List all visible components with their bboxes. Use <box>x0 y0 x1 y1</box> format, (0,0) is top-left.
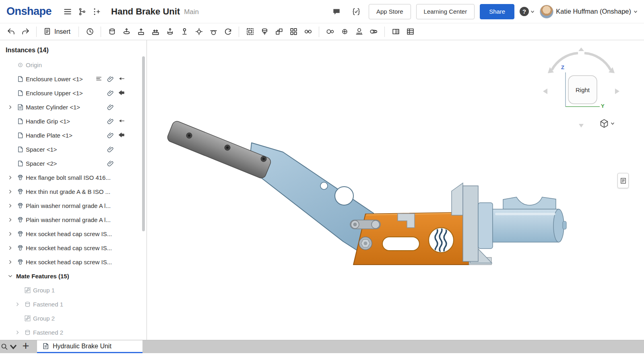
chevron-right-icon[interactable] <box>5 105 15 110</box>
chevron-down-icon[interactable] <box>5 274 15 279</box>
parallel-mate-button[interactable] <box>221 25 235 39</box>
instance-row[interactable]: Origin <box>0 58 147 72</box>
comments-button[interactable] <box>329 4 344 19</box>
group-select-button[interactable] <box>243 25 257 39</box>
pattern-button[interactable] <box>287 25 300 39</box>
instance-label: Hex socket head cap screw IS... <box>26 230 112 237</box>
ball-mate-button[interactable] <box>192 25 206 39</box>
section-view-icon <box>392 27 400 36</box>
cylindrical-mate-button[interactable] <box>163 25 177 39</box>
account-menu[interactable]: Katie Huffman (Onshape) <box>540 5 638 19</box>
share-button[interactable]: Share <box>480 4 514 19</box>
rack-pinion-relation-button[interactable] <box>352 25 366 39</box>
onshape-logo[interactable]: Onshape <box>6 5 52 18</box>
chevron-right-icon[interactable] <box>5 231 15 237</box>
graphics-viewport[interactable]: Right Z Y <box>147 40 644 340</box>
instance-row[interactable]: Plain washer normal grade A l... <box>0 213 147 227</box>
std-icon <box>15 216 25 224</box>
tab-hydraulic-brake-unit[interactable]: Hydraulic Brake Unit <box>37 340 142 353</box>
chevron-right-icon[interactable] <box>12 302 23 307</box>
instance-row[interactable]: Hex socket head cap screw IS... <box>0 227 147 241</box>
chevron-right-icon[interactable] <box>5 259 15 265</box>
screw-relation-button[interactable] <box>338 25 351 39</box>
main-menu-button[interactable] <box>60 4 75 19</box>
view-cube-face-label[interactable]: Right <box>568 76 597 104</box>
feature-list-flyout-button[interactable] <box>617 173 629 188</box>
mate-features-header[interactable]: Mate Features (15) <box>0 269 147 283</box>
chevron-right-icon[interactable] <box>5 245 15 251</box>
search-tabs-button[interactable] <box>0 340 18 353</box>
bom-button[interactable] <box>403 25 417 39</box>
instance-row[interactable]: Enclosure Upper <1> <box>0 86 147 100</box>
rotate-left-arrow[interactable] <box>543 88 547 94</box>
toolbar-tools: Insert <box>4 25 417 39</box>
instance-row[interactable]: Hex socket head cap screw IS... <box>0 241 147 255</box>
versions-button[interactable] <box>75 4 89 19</box>
instance-row[interactable]: Plain washer normal grade A l... <box>0 199 147 213</box>
part-icon <box>15 160 25 167</box>
section-view-button[interactable] <box>389 25 402 39</box>
insert-button[interactable]: Insert <box>41 25 74 39</box>
panel-scrollbar[interactable] <box>142 56 145 231</box>
undo-button[interactable] <box>4 25 18 39</box>
rotate-button[interactable] <box>83 25 97 39</box>
screw-relation-icon <box>341 27 349 36</box>
slider-mate-button[interactable] <box>149 25 162 39</box>
chevron-right-icon[interactable] <box>5 189 15 194</box>
pin-slot-mate-button[interactable] <box>178 25 191 39</box>
instance-row[interactable]: Hex flange bolt small ISO 416... <box>0 171 147 185</box>
instance-row[interactable]: Group 1 <box>0 283 147 297</box>
pivot-link-part[interactable] <box>350 220 380 229</box>
instance-label: Master Cylinder <1> <box>26 104 80 111</box>
instance-row[interactable]: Hex thin nut grade A & B ISO ... <box>0 185 147 199</box>
master-cylinder-part[interactable] <box>478 197 566 249</box>
rotate-down-arrow[interactable] <box>579 124 584 128</box>
standard-content-button[interactable] <box>258 25 271 39</box>
instance-row[interactable]: Hex socket head cap screw IS... <box>0 255 147 269</box>
instance-row[interactable]: Fastened 2 <box>0 325 147 339</box>
learning-center-button[interactable]: Learning Center <box>416 4 475 19</box>
instance-row[interactable]: Spacer <2> <box>0 156 147 171</box>
view-options-button[interactable] <box>599 118 615 129</box>
belt-relation-button[interactable] <box>367 25 380 39</box>
instance-row[interactable]: Master Cylinder <1> <box>0 100 147 114</box>
toolbar-separator <box>36 27 37 37</box>
instance-row[interactable]: Group 2 <box>0 311 147 325</box>
chevron-right-icon[interactable] <box>5 203 15 208</box>
derived-icon <box>304 27 312 36</box>
redo-button[interactable] <box>19 25 32 39</box>
rotate-up-arrow[interactable] <box>578 47 584 51</box>
instance-row[interactable]: Spacer <1> <box>0 142 147 156</box>
derived-button[interactable] <box>301 25 315 39</box>
tangent-mate-button[interactable] <box>206 25 220 39</box>
instance-row[interactable]: Handle Grip <1> <box>0 114 147 128</box>
instance-row[interactable]: Handle Plate <1> <box>0 128 147 142</box>
version-tree-icon <box>78 7 87 16</box>
gear-relation-button[interactable] <box>323 25 337 39</box>
planar-mate-button[interactable] <box>134 25 148 39</box>
fastened-mate-button[interactable] <box>105 25 119 39</box>
document-title: Hand Brake Unit <box>111 6 180 17</box>
linked-document-badge <box>106 103 114 112</box>
instance-label: Enclosure Lower <1> <box>26 76 83 82</box>
feedback-button[interactable] <box>349 4 363 19</box>
follow-users-icon <box>92 7 101 16</box>
help-menu-button[interactable]: ? <box>520 7 535 16</box>
instance-label: Handle Plate <1> <box>26 132 72 139</box>
instance-row[interactable]: Enclosure Lower <1> <box>0 72 147 86</box>
bom-icon <box>406 27 415 36</box>
app-store-button[interactable]: App Store <box>369 4 411 19</box>
chevron-right-icon[interactable] <box>12 330 23 335</box>
instance-row[interactable]: Fastened 1 <box>0 297 147 311</box>
add-tab-button[interactable]: + <box>18 340 34 353</box>
chevron-right-icon[interactable] <box>5 217 15 222</box>
linked-document-badge <box>106 75 114 84</box>
rotate-right-arrow[interactable] <box>615 88 619 94</box>
chevron-right-icon[interactable] <box>5 175 15 180</box>
list-panel-icon <box>619 177 627 185</box>
view-cube[interactable]: Right Z Y <box>539 45 626 138</box>
hex-bolt[interactable] <box>359 237 372 250</box>
revolute-mate-button[interactable] <box>120 25 133 39</box>
replicate-button[interactable] <box>272 25 286 39</box>
follow-mode-button[interactable] <box>89 4 104 19</box>
